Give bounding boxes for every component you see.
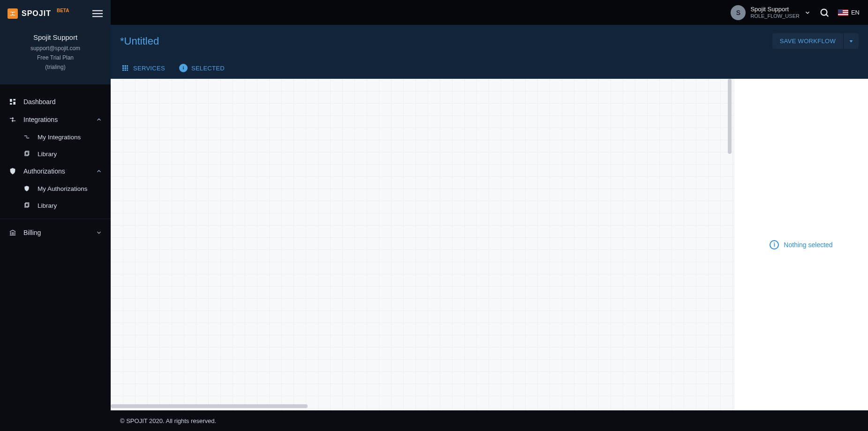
profile-plan: Free Trial Plan <box>5 54 106 61</box>
search-button[interactable] <box>819 8 830 18</box>
svg-rect-17 <box>122 68 124 69</box>
library-icon <box>23 201 31 210</box>
sidebar-item-label: Authorizations <box>23 167 65 175</box>
tab-label: SERVICES <box>133 65 165 72</box>
profile-email: support@spojit.com <box>5 45 106 52</box>
svg-point-11 <box>821 9 827 15</box>
profile-status: (trialing) <box>5 64 106 70</box>
user-role: ROLE_FLOW_USER <box>750 13 800 19</box>
svg-rect-15 <box>125 65 126 67</box>
sidebar-item-label: Library <box>38 202 57 209</box>
chevron-up-icon <box>96 116 102 123</box>
user-name: Spojit Support <box>750 6 800 13</box>
sidebar-item-integrations[interactable]: Integrations <box>0 111 111 129</box>
profile-block: Spojit Support support@spojit.com Free T… <box>0 25 111 84</box>
svg-rect-6 <box>10 103 12 105</box>
library-icon <box>23 150 31 158</box>
flag-us-icon <box>838 9 848 16</box>
brand-logo-icon <box>8 8 18 19</box>
menu-toggle-button[interactable] <box>92 8 103 19</box>
sidebar-item-integrations-library[interactable]: Library <box>14 145 111 162</box>
svg-rect-1 <box>92 13 103 14</box>
sidebar-item-authorizations-library[interactable]: Library <box>14 197 111 214</box>
content-row: i Nothing selected <box>111 79 868 410</box>
svg-rect-20 <box>122 69 124 71</box>
info-outline-icon: i <box>770 240 779 250</box>
brand-row: SPOJIT BETA <box>0 0 111 25</box>
brand-name: SPOJIT <box>22 9 51 18</box>
svg-point-23 <box>183 67 184 68</box>
shield-icon <box>8 167 17 175</box>
svg-rect-2 <box>92 16 103 17</box>
tab-label: SELECTED <box>191 65 225 72</box>
page-title: *Untitled <box>120 35 159 47</box>
tabs: SERVICES SELECTED <box>120 59 859 79</box>
scrollbar-thumb-vertical[interactable] <box>728 79 732 154</box>
sidebar-item-dashboard[interactable]: Dashboard <box>0 93 111 111</box>
integrations-icon <box>23 133 31 141</box>
authorizations-submenu: My Authorizations Library <box>0 180 111 214</box>
footer-copyright: © SPOJIT 2020. All rights reserved. <box>120 417 216 424</box>
bank-icon <box>8 228 17 237</box>
sidebar-item-label: Library <box>38 151 57 158</box>
subheader-row: *Untitled SAVE WORKFLOW <box>120 33 859 49</box>
grid-icon <box>121 64 129 72</box>
info-filled-icon <box>179 64 188 72</box>
language-code: EN <box>851 9 860 16</box>
shield-icon <box>23 184 31 193</box>
selection-panel: i Nothing selected <box>734 79 868 410</box>
brand[interactable]: SPOJIT BETA <box>8 8 69 19</box>
svg-rect-21 <box>125 69 126 71</box>
integrations-icon <box>8 115 17 124</box>
language-selector[interactable]: EN <box>838 9 860 16</box>
svg-rect-4 <box>13 99 15 100</box>
svg-rect-22 <box>127 69 128 71</box>
svg-marker-13 <box>850 40 853 43</box>
nothing-selected: i Nothing selected <box>770 90 832 399</box>
user-menu[interactable]: S Spojit Support ROLE_FLOW_USER <box>731 5 811 20</box>
sidebar-item-my-integrations[interactable]: My Integrations <box>14 129 111 145</box>
svg-rect-3 <box>10 99 12 102</box>
sidebar-item-label: My Integrations <box>38 134 81 141</box>
svg-rect-18 <box>125 68 126 69</box>
save-workflow-group: SAVE WORKFLOW <box>772 33 859 49</box>
chevron-up-icon <box>96 168 102 174</box>
tab-services[interactable]: SERVICES <box>120 59 166 79</box>
sidebar-item-label: My Authorizations <box>38 185 88 192</box>
svg-rect-24 <box>183 68 183 69</box>
scrollbar-horizontal[interactable] <box>111 403 727 409</box>
dashboard-icon <box>8 98 17 106</box>
svg-rect-19 <box>127 68 128 69</box>
chevron-down-icon <box>804 9 811 16</box>
workflow-canvas[interactable] <box>111 79 734 410</box>
nav-section-billing: Billing <box>0 219 111 242</box>
sidebar-nav: Dashboard Integrations My Integrations <box>0 84 111 242</box>
sidebar-item-label: Dashboard <box>23 98 56 106</box>
topbar: S Spojit Support ROLE_FLOW_USER EN <box>111 0 868 25</box>
subheader: *Untitled SAVE WORKFLOW SERVICES <box>111 25 868 79</box>
sidebar: SPOJIT BETA Spojit Support support@spoji… <box>0 0 111 431</box>
avatar: S <box>731 5 746 20</box>
svg-line-12 <box>826 15 828 16</box>
svg-rect-0 <box>92 10 103 11</box>
scrollbar-thumb-horizontal[interactable] <box>111 404 308 408</box>
scrollbar-vertical[interactable] <box>726 79 733 410</box>
svg-rect-16 <box>127 65 128 67</box>
sidebar-item-billing[interactable]: Billing <box>0 224 111 242</box>
chevron-down-icon <box>96 229 102 236</box>
main: S Spojit Support ROLE_FLOW_USER EN *Unti… <box>111 0 868 431</box>
sidebar-item-my-authorizations[interactable]: My Authorizations <box>14 180 111 197</box>
user-meta: Spojit Support ROLE_FLOW_USER <box>750 6 800 19</box>
sidebar-item-label: Integrations <box>23 116 58 123</box>
sidebar-item-label: Billing <box>23 229 41 236</box>
footer: © SPOJIT 2020. All rights reserved. <box>111 410 868 431</box>
brand-beta-badge: BETA <box>57 8 69 13</box>
svg-rect-5 <box>13 102 15 105</box>
tab-selected[interactable]: SELECTED <box>178 59 226 79</box>
svg-rect-14 <box>122 65 124 67</box>
save-workflow-button[interactable]: SAVE WORKFLOW <box>772 33 843 49</box>
save-workflow-dropdown[interactable] <box>843 33 859 49</box>
sidebar-item-authorizations[interactable]: Authorizations <box>0 162 111 180</box>
sidebar-top: SPOJIT BETA Spojit Support support@spoji… <box>0 0 111 84</box>
nothing-selected-label: Nothing selected <box>784 241 832 249</box>
